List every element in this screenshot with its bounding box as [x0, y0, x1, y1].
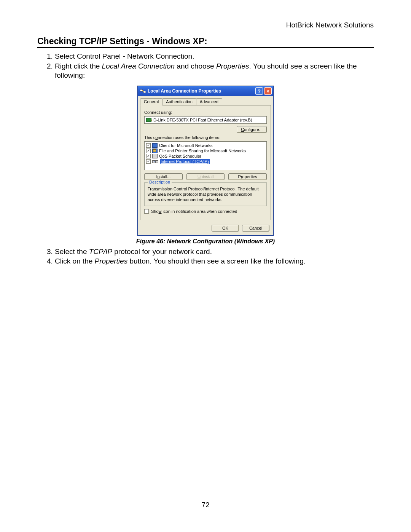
show-icon-checkbox[interactable] [144, 209, 149, 214]
cancel-button[interactable]: Cancel [242, 225, 269, 232]
section-title: Checking TCP/IP Settings - Windows XP: [37, 36, 374, 46]
step-3: Select the TCP/IP protocol for your netw… [55, 247, 374, 256]
checkbox-icon[interactable]: ✓ [146, 149, 151, 153]
items-label: This connection uses the following items… [144, 135, 267, 140]
adapter-field[interactable]: D-Link DFE-530TX PCI Fast Ethernet Adapt… [144, 116, 267, 124]
figure-container: Local Area Connection Properties ? × Gen… [37, 86, 374, 235]
install-button[interactable]: Install... [144, 173, 183, 180]
step-1: Select Control Panel - Network Connectio… [55, 52, 374, 61]
tab-advanced[interactable]: Advanced [196, 98, 222, 105]
titlebar-text: Local Area Connection Properties [148, 88, 255, 94]
connection-items-list[interactable]: ✓ Client for Microsoft Networks ✓ File a… [144, 141, 267, 170]
help-button[interactable]: ? [255, 87, 263, 95]
description-groupbox: Description Transmission Control Protoco… [144, 182, 267, 206]
dialog-footer: OK Cancel [138, 222, 273, 235]
client-service-icon [152, 143, 158, 148]
list-item[interactable]: ✓ QoS Packet Scheduler [145, 153, 266, 159]
properties-button[interactable]: Properties [228, 173, 267, 180]
nic-icon [146, 118, 151, 122]
list-item-label: Internet Protocol (TCP/IP) [160, 159, 210, 164]
description-legend: Description [148, 180, 172, 184]
show-icon-row[interactable]: Show icon in notification area when conn… [144, 209, 267, 214]
titlebar[interactable]: Local Area Connection Properties ? × [138, 86, 273, 96]
ok-button[interactable]: OK [212, 225, 239, 232]
description-text: Transmission Control Protocol/Internet P… [148, 187, 263, 202]
step-2: Right click the Local Area Connection an… [55, 62, 374, 80]
header-company: HotBrick Network Solutions [37, 21, 374, 29]
figure-caption: Figure 46: Network Configuration (Window… [37, 238, 374, 245]
svg-rect-1 [143, 91, 146, 93]
qos-icon [152, 154, 158, 158]
adapter-name: D-Link DFE-530TX PCI Fast Ethernet Adapt… [153, 118, 252, 122]
checkbox-icon[interactable]: ✓ [146, 154, 151, 158]
connect-using-label: Connect using: [144, 110, 267, 115]
tab-panel-general: Connect using: D-Link DFE-530TX PCI Fast… [140, 105, 271, 220]
tab-general[interactable]: General [140, 98, 162, 105]
list-item-selected[interactable]: ✓ Internet Protocol (TCP/IP) [145, 159, 266, 164]
list-item-label: Client for Microsoft Networks [159, 143, 213, 148]
configure-button[interactable]: Configure... [237, 126, 267, 133]
instructions-list-a: Select Control Panel - Network Connectio… [37, 52, 374, 80]
connection-icon [140, 88, 146, 94]
tab-authentication[interactable]: Authentication [162, 98, 196, 105]
show-icon-label: Show icon in notification area when conn… [151, 209, 237, 214]
list-item-label: File and Printer Sharing for Microsoft N… [159, 149, 246, 153]
svg-rect-0 [140, 89, 142, 91]
instructions-list-b: Select the TCP/IP protocol for your netw… [37, 247, 374, 266]
section-divider [37, 47, 374, 48]
list-item-label: QoS Packet Scheduler [159, 154, 201, 158]
checkbox-icon[interactable]: ✓ [146, 143, 151, 148]
tab-strip: General Authentication Advanced [138, 96, 273, 105]
step-4: Click on the Properties button. You shou… [55, 257, 374, 266]
close-button[interactable]: × [264, 87, 272, 95]
xp-properties-dialog: Local Area Connection Properties ? × Gen… [137, 86, 274, 235]
checkbox-icon[interactable]: ✓ [146, 159, 151, 164]
page-number: 72 [0, 501, 411, 509]
uninstall-button: Uninstall [186, 173, 225, 180]
list-item[interactable]: ✓ File and Printer Sharing for Microsoft… [145, 148, 266, 153]
file-sharing-icon [152, 149, 158, 153]
list-item[interactable]: ✓ Client for Microsoft Networks [145, 143, 266, 148]
tcpip-icon [152, 159, 158, 164]
